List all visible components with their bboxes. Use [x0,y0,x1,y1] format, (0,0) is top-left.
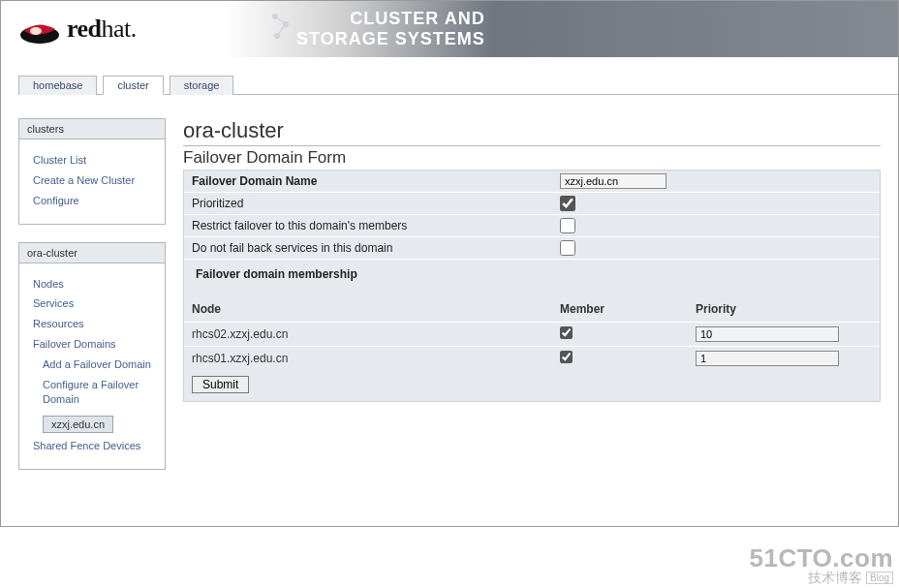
main-panel: ora-cluster Failover Domain Form Failove… [183,118,881,402]
sidebar-resources[interactable]: Resources [33,317,157,331]
table-row: rhcs02.xzxj.edu.cn [184,323,880,347]
label-nofailback: Do not fail back services in this domain [192,241,560,255]
sidebar-add-failover-domain[interactable]: Add a Failover Domain [43,357,157,372]
page-title: ora-cluster [183,118,881,146]
redhat-logo: redhat. [18,14,137,45]
sidebar-clusters-header: clusters [19,119,165,139]
prioritized-checkbox[interactable] [560,196,575,211]
node-cell: rhcs02.xzxj.edu.cn [184,323,552,347]
product-title: CLUSTER AND STORAGE SYSTEMS [296,9,485,48]
label-prioritized: Prioritized [192,197,560,210]
sidebar-clusters-box: clusters Cluster List Create a New Clust… [18,118,166,225]
col-member: Member [552,298,688,323]
sidebar-services[interactable]: Services [33,296,157,311]
sidebar-configure[interactable]: Configure [33,194,157,208]
brand-text: redhat. [67,15,137,44]
table-row: rhcs01.xzxj.edu.cn [184,347,880,371]
members-table: Node Member Priority rhcs02.xzxj.edu.cn … [184,298,880,370]
sidebar-nodes[interactable]: Nodes [33,277,157,292]
header-banner: redhat. CLUSTER AND STORAGE SYSTEMS [1,1,898,57]
col-priority: Priority [688,298,880,323]
sidebar-cluster-list[interactable]: Cluster List [33,153,157,168]
sidebar: clusters Cluster List Create a New Clust… [18,118,166,487]
sidebar-shared-fence-devices[interactable]: Shared Fence Devices [33,439,157,453]
sidebar-oracluster-header: ora-cluster [19,243,165,263]
label-domain-name: Failover Domain Name [192,174,560,188]
node-cell: rhcs01.xzxj.edu.cn [184,347,552,371]
failover-domain-form: Failover Domain Name Prioritized Restric… [183,170,881,402]
sidebar-create-new-cluster[interactable]: Create a New Cluster [33,173,157,188]
member-checkbox[interactable] [560,351,573,363]
sidebar-oracluster-box: ora-cluster Nodes Services Resources Fai… [18,242,166,471]
redhat-fedora-icon [18,14,61,45]
membership-heading: Failover domain membership [184,260,880,298]
priority-input[interactable] [696,326,839,342]
top-tabs: homebase cluster storage [18,75,898,95]
sidebar-configure-failover-domain[interactable]: Configure a Failover Domain [43,378,157,407]
tab-storage[interactable]: storage [170,76,234,95]
col-node: Node [184,298,552,323]
form-title: Failover Domain Form [183,148,881,168]
tab-homebase[interactable]: homebase [18,76,97,95]
sidebar-failover-domains[interactable]: Failover Domains [33,337,157,352]
domain-name-input[interactable] [560,173,666,189]
priority-input[interactable] [696,351,839,366]
svg-point-1 [30,27,42,35]
sidebar-selected-domain[interactable]: xzxj.edu.cn [43,416,113,433]
member-checkbox[interactable] [560,326,573,339]
submit-button[interactable]: Submit [192,376,249,393]
label-restrict: Restrict failover to this domain's membe… [192,219,560,232]
tab-cluster[interactable]: cluster [103,76,163,95]
nofailback-checkbox[interactable] [560,240,575,256]
restrict-checkbox[interactable] [560,218,575,233]
